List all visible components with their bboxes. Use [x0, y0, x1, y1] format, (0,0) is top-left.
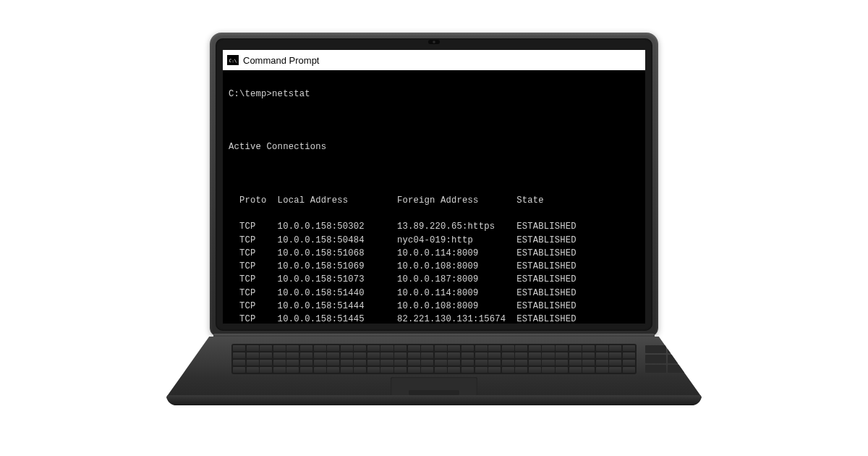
laptop-bezel: Command Prompt C:\temp>netstat Active Co… [216, 38, 652, 331]
column-headers: Proto Local Address Foreign Address Stat… [229, 194, 639, 207]
side-key-cluster [645, 345, 689, 373]
connection-row: TCP 10.0.0.158:51445 82.221.130.131:1567… [229, 313, 639, 324]
connection-row: TCP 10.0.0.158:51069 10.0.0.108:8009 EST… [229, 260, 639, 273]
window-title: Command Prompt [243, 55, 319, 66]
laptop-base [166, 337, 702, 405]
prompt-line: C:\temp>netstat [229, 88, 639, 101]
blank-line [229, 114, 639, 127]
laptop-lid: Command Prompt C:\temp>netstat Active Co… [210, 33, 658, 337]
connection-row: TCP 10.0.0.158:51440 10.0.0.114:8009 EST… [229, 287, 639, 300]
cmd-window: Command Prompt C:\temp>netstat Active Co… [223, 50, 645, 324]
window-titlebar[interactable]: Command Prompt [223, 50, 645, 70]
connection-row: TCP 10.0.0.158:51073 10.0.0.187:8009 EST… [229, 273, 639, 286]
base-front-edge [166, 395, 702, 405]
keyboard [231, 344, 637, 374]
connection-row: TCP 10.0.0.158:50484 nyc04-019:http ESTA… [229, 234, 639, 247]
connection-row: TCP 10.0.0.158:51444 10.0.0.108:8009 EST… [229, 300, 639, 313]
cmd-icon [227, 55, 239, 65]
terminal-output[interactable]: C:\temp>netstat Active Connections Proto… [223, 70, 645, 324]
laptop-illustration: Command Prompt C:\temp>netstat Active Co… [166, 33, 702, 423]
blank-line [229, 167, 639, 180]
connection-row: TCP 10.0.0.158:51068 10.0.0.114:8009 EST… [229, 247, 639, 260]
connection-row: TCP 10.0.0.158:50302 13.89.220.65:https … [229, 220, 639, 233]
webcam-icon [428, 40, 440, 44]
section-header: Active Connections [229, 140, 639, 153]
trackpad [391, 377, 477, 397]
